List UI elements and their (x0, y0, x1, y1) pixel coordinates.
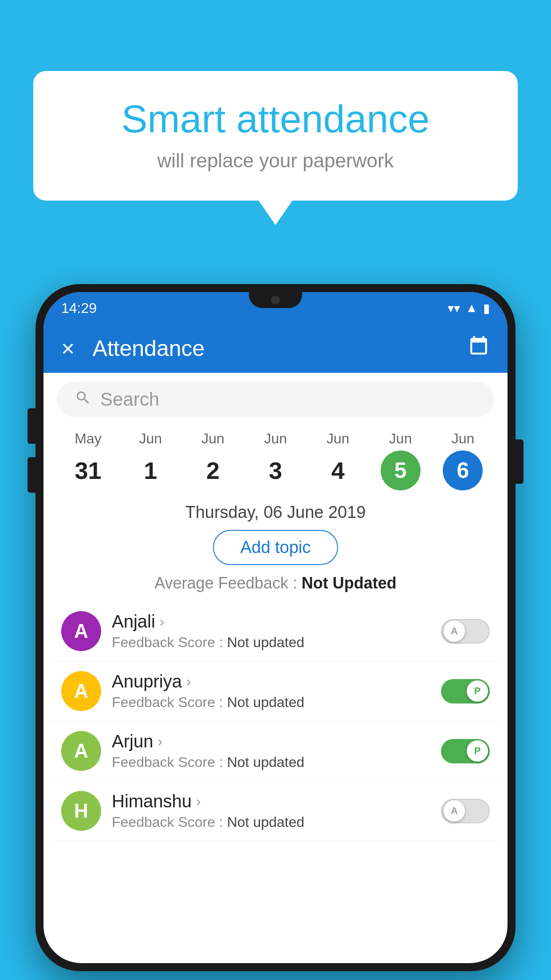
calendar-day[interactable]: Jun2 (193, 431, 233, 490)
volume-up-button (28, 408, 35, 444)
feedback-score: Feedback Score : Not updated (112, 634, 430, 651)
toggle-switch[interactable]: P (441, 739, 490, 763)
feedback-value: Not updated (227, 754, 304, 770)
chevron-icon: › (186, 673, 191, 690)
student-list: AAnjali ›Feedback Score : Not updatedAAA… (43, 601, 508, 841)
chevron-icon: › (157, 733, 162, 750)
toggle-knob: A (444, 620, 465, 642)
student-name: Anjali › (112, 612, 430, 632)
notch (249, 292, 302, 308)
student-item[interactable]: AAnupriya ›Feedback Score : Not updatedP (52, 661, 499, 721)
speech-bubble: Smart attendance will replace your paper… (33, 71, 518, 201)
calendar-day[interactable]: May31 (68, 431, 108, 490)
search-bar[interactable]: Search (57, 382, 494, 417)
calendar-date[interactable]: 6 (443, 450, 483, 490)
feedback-score: Feedback Score : Not updated (112, 694, 430, 711)
calendar-strip: May31Jun1Jun2Jun3Jun4Jun5Jun6 (43, 422, 508, 490)
student-item[interactable]: AAnjali ›Feedback Score : Not updatedA (52, 601, 499, 661)
calendar-date[interactable]: 4 (318, 450, 358, 490)
app-bar-title: Attendance (92, 336, 468, 361)
search-input[interactable]: Search (100, 389, 159, 410)
feedback-score: Feedback Score : Not updated (112, 754, 430, 771)
bubble-subtitle: will replace your paperwork (69, 150, 482, 172)
status-bar: 14:29 ▾▾ ▲ ▮ (43, 292, 508, 324)
bubble-title: Smart attendance (69, 98, 482, 141)
avatar: A (61, 671, 101, 711)
toggle-knob: P (467, 740, 488, 762)
battery-icon: ▮ (483, 301, 490, 316)
calendar-month: Jun (201, 431, 224, 447)
toggle-switch[interactable]: A (441, 619, 490, 644)
calendar-date[interactable]: 31 (68, 450, 108, 490)
student-name: Himanshu › (112, 791, 430, 811)
calendar-date[interactable]: 5 (381, 450, 421, 490)
avg-feedback-value: Not Updated (302, 574, 397, 592)
toggle-knob: P (467, 680, 488, 702)
volume-down-button (28, 457, 35, 493)
attendance-toggle[interactable]: P (441, 739, 490, 763)
student-info: Anjali ›Feedback Score : Not updated (112, 612, 430, 651)
toggle-switch[interactable]: A (441, 799, 490, 823)
calendar-day[interactable]: Jun4 (318, 431, 358, 490)
status-time: 14:29 (61, 300, 97, 316)
power-button (516, 439, 523, 484)
calendar-day[interactable]: Jun1 (130, 431, 170, 490)
calendar-month: Jun (389, 431, 412, 447)
calendar-month: Jun (327, 431, 350, 447)
signal-icon: ▲ (465, 301, 478, 315)
avatar: H (61, 791, 101, 831)
avatar: A (61, 731, 101, 771)
toggle-knob: A (444, 800, 465, 822)
app-bar: × Attendance (43, 324, 508, 373)
feedback-score: Feedback Score : Not updated (112, 814, 430, 830)
student-name: Anupriya › (112, 672, 430, 692)
feedback-value: Not updated (227, 694, 304, 710)
calendar-day[interactable]: Jun5 (381, 431, 421, 490)
phone-frame: 14:29 ▾▾ ▲ ▮ × Attendance Search May31Ju… (35, 284, 516, 971)
calendar-month: May (75, 431, 101, 447)
feedback-value: Not updated (227, 634, 304, 650)
avg-feedback-label: Average Feedback : (154, 574, 297, 592)
add-topic-button[interactable]: Add topic (213, 530, 338, 565)
calendar-day[interactable]: Jun3 (256, 431, 295, 490)
attendance-toggle[interactable]: A (441, 619, 490, 644)
calendar-date[interactable]: 1 (130, 450, 170, 490)
search-icon (75, 389, 91, 410)
chevron-icon: › (160, 613, 165, 630)
phone-screen: 14:29 ▾▾ ▲ ▮ × Attendance Search May31Ju… (43, 292, 508, 963)
student-name: Arjun › (112, 731, 430, 751)
attendance-toggle[interactable]: A (441, 799, 490, 823)
avg-feedback: Average Feedback : Not Updated (43, 574, 508, 593)
student-item[interactable]: HHimanshu ›Feedback Score : Not updatedA (52, 781, 499, 841)
student-info: Anupriya ›Feedback Score : Not updated (112, 672, 430, 711)
calendar-date[interactable]: 2 (193, 450, 233, 490)
close-button[interactable]: × (61, 335, 75, 362)
calendar-day[interactable]: Jun6 (443, 431, 483, 490)
chevron-icon: › (196, 793, 201, 810)
calendar-month: Jun (452, 431, 475, 447)
wifi-icon: ▾▾ (448, 301, 460, 316)
toggle-switch[interactable]: P (441, 679, 490, 703)
calendar-icon[interactable] (468, 335, 490, 362)
calendar-date[interactable]: 3 (256, 450, 295, 490)
student-info: Himanshu ›Feedback Score : Not updated (112, 791, 430, 830)
feedback-value: Not updated (227, 814, 304, 830)
calendar-month: Jun (264, 431, 287, 447)
calendar-month: Jun (139, 431, 162, 447)
avatar: A (61, 611, 101, 651)
student-item[interactable]: AArjun ›Feedback Score : Not updatedP (52, 721, 499, 781)
attendance-toggle[interactable]: P (441, 679, 490, 703)
status-icons: ▾▾ ▲ ▮ (448, 301, 490, 316)
camera (271, 296, 280, 304)
student-info: Arjun ›Feedback Score : Not updated (112, 731, 430, 771)
selected-date: Thursday, 06 June 2019 (43, 503, 508, 522)
